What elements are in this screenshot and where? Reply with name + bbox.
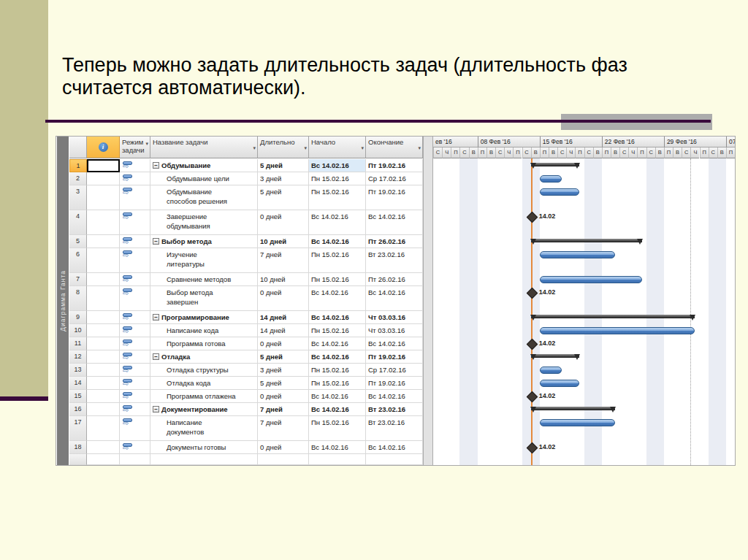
cell-task-name[interactable]: Завершение обдумывания xyxy=(150,210,258,235)
cell-task-name[interactable]: Написание кода xyxy=(150,324,258,337)
cell-indicator[interactable] xyxy=(87,286,120,311)
row-number-column-header[interactable] xyxy=(69,137,87,158)
cell-task-name[interactable]: Программа отлажена xyxy=(150,390,258,403)
cell-duration[interactable]: 0 дней xyxy=(258,390,309,403)
cell-finish[interactable]: Пт 19.02.16 xyxy=(366,185,423,210)
row-number[interactable]: 3 xyxy=(69,185,87,210)
filter-dropdown-icon[interactable]: ▾ xyxy=(418,144,421,152)
cell-task-name[interactable]: Отладка структуры xyxy=(150,364,258,377)
cell-task-mode[interactable]: ⇨ xyxy=(120,416,150,441)
cell-task-mode[interactable]: ⇨ xyxy=(120,324,150,337)
cell-duration[interactable]: 7 дней xyxy=(258,416,309,441)
cell-task-mode[interactable]: ⇨ xyxy=(120,441,150,454)
cell-finish[interactable]: Ср 17.02.16 xyxy=(366,364,423,377)
column-header-start[interactable]: Начало ▾ xyxy=(309,137,366,158)
collapse-icon[interactable]: − xyxy=(153,162,159,169)
cell-start[interactable]: Вс 14.02.16 xyxy=(309,403,366,416)
cell-task-name[interactable]: Документы готовы xyxy=(150,441,258,454)
cell-duration[interactable]: 0 дней xyxy=(258,286,309,311)
cell-indicator[interactable] xyxy=(87,172,120,185)
cell-start[interactable]: Вс 14.02.16 xyxy=(309,235,366,248)
cell-start[interactable]: Вс 14.02.16 xyxy=(309,159,366,172)
cell-finish[interactable]: Ср 17.02.16 xyxy=(366,172,423,185)
cell-task-mode[interactable]: ⇨ xyxy=(120,403,150,416)
table-chart-splitter[interactable] xyxy=(423,137,433,465)
row-number[interactable]: 1 xyxy=(69,159,87,172)
column-header-task-name[interactable]: Название задачи ▾ xyxy=(150,137,258,158)
indicator-column-header[interactable]: i xyxy=(87,137,120,158)
cell-task-name[interactable]: Сравнение методов xyxy=(150,273,258,286)
empty-cell[interactable] xyxy=(309,454,366,465)
cell-task-mode[interactable]: ⇨ xyxy=(120,159,150,172)
cell-task-name[interactable]: −Выбор метода xyxy=(150,235,258,248)
cell-indicator[interactable] xyxy=(87,185,120,210)
cell-start[interactable]: Пн 15.02.16 xyxy=(309,248,366,273)
cell-finish[interactable]: Вс 14.02.16 xyxy=(366,441,423,454)
cell-finish[interactable]: Вт 23.02.16 xyxy=(366,416,423,441)
cell-duration[interactable]: 7 дней xyxy=(258,248,309,273)
empty-cell[interactable] xyxy=(87,454,120,465)
column-header-duration[interactable]: Длительно ▾ xyxy=(258,137,309,158)
cell-duration[interactable]: 14 дней xyxy=(258,324,309,337)
gantt-task-bar[interactable] xyxy=(540,327,695,334)
cell-finish[interactable]: Пт 19.02.16 xyxy=(366,377,423,390)
collapse-icon[interactable]: − xyxy=(153,238,159,245)
cell-duration[interactable]: 0 дней xyxy=(258,337,309,350)
filter-dropdown-icon[interactable]: ▾ xyxy=(145,139,148,147)
cell-task-mode[interactable]: ⇨ xyxy=(120,390,150,403)
empty-cell[interactable] xyxy=(366,454,423,465)
cell-finish[interactable]: Чт 03.03.16 xyxy=(366,311,423,324)
cell-task-name[interactable]: Обдумывание цели xyxy=(150,172,258,185)
row-number[interactable]: 12 xyxy=(69,350,87,364)
cell-task-name[interactable]: Отладка кода xyxy=(150,377,258,390)
cell-indicator[interactable] xyxy=(87,337,120,350)
cell-indicator[interactable] xyxy=(87,324,120,337)
cell-task-mode[interactable]: ⇨ xyxy=(120,311,150,324)
cell-task-mode[interactable]: ⇨ xyxy=(120,248,150,273)
cell-start[interactable]: Пн 15.02.16 xyxy=(309,416,366,441)
cell-finish[interactable]: Вс 14.02.16 xyxy=(366,286,423,311)
row-number[interactable]: 11 xyxy=(69,337,87,350)
cell-task-name[interactable]: Изучение литературы xyxy=(150,248,258,273)
cell-start[interactable]: Вс 14.02.16 xyxy=(309,390,366,403)
cell-start[interactable]: Вс 14.02.16 xyxy=(309,286,366,311)
cell-start[interactable]: Пн 15.02.16 xyxy=(309,273,366,286)
cell-start[interactable]: Вс 14.02.16 xyxy=(309,441,366,454)
cell-task-name[interactable]: −Отладка xyxy=(150,350,258,364)
row-number[interactable]: 8 xyxy=(69,286,87,311)
cell-task-mode[interactable]: ⇨ xyxy=(120,172,150,185)
row-number[interactable]: 5 xyxy=(69,235,87,248)
gantt-task-bar[interactable] xyxy=(540,380,580,387)
cell-indicator[interactable] xyxy=(87,441,120,454)
row-number[interactable]: 9 xyxy=(69,311,87,324)
gantt-summary-bar[interactable] xyxy=(531,239,642,242)
gantt-task-bar[interactable] xyxy=(540,175,562,183)
cell-finish[interactable]: Вс 14.02.16 xyxy=(366,337,423,350)
cell-start[interactable]: Пн 15.02.16 xyxy=(309,364,366,377)
cell-duration[interactable]: 0 дней xyxy=(258,210,309,235)
gantt-summary-bar[interactable] xyxy=(531,315,695,318)
cell-duration[interactable]: 10 дней xyxy=(258,235,309,248)
gantt-task-bar[interactable] xyxy=(540,188,580,196)
gantt-task-bar[interactable] xyxy=(540,367,562,374)
row-number[interactable]: 4 xyxy=(69,210,87,235)
cell-indicator[interactable] xyxy=(87,159,120,172)
cell-finish[interactable]: Пт 19.02.16 xyxy=(366,350,423,364)
cell-duration[interactable]: 3 дней xyxy=(258,364,309,377)
cell-indicator[interactable] xyxy=(87,377,120,390)
cell-duration[interactable]: 5 дней xyxy=(258,185,309,210)
gantt-task-bar[interactable] xyxy=(540,251,615,258)
cell-task-name[interactable]: Написание документов xyxy=(150,416,258,441)
empty-cell[interactable] xyxy=(150,454,258,465)
cell-indicator[interactable] xyxy=(87,273,120,286)
cell-duration[interactable]: 5 дней xyxy=(258,350,309,364)
cell-task-mode[interactable]: ⇨ xyxy=(120,273,150,286)
cell-start[interactable]: Вс 14.02.16 xyxy=(309,350,366,364)
cell-duration[interactable]: 14 дней xyxy=(258,311,309,324)
filter-dropdown-icon[interactable]: ▾ xyxy=(361,144,364,152)
cell-start[interactable]: Пн 15.02.16 xyxy=(309,172,366,185)
cell-start[interactable]: Вс 14.02.16 xyxy=(309,311,366,324)
empty-cell[interactable] xyxy=(258,454,309,465)
cell-indicator[interactable] xyxy=(87,364,120,377)
cell-duration[interactable]: 5 дней xyxy=(258,377,309,390)
